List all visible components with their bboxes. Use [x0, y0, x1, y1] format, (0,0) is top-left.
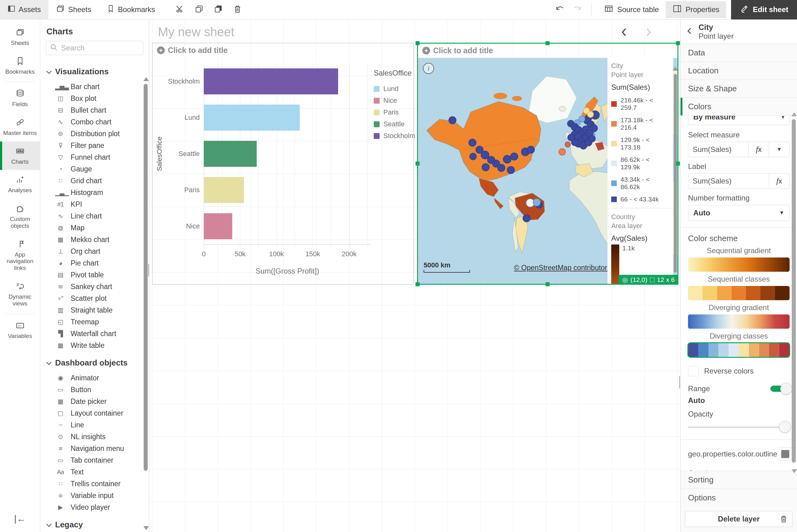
city-point[interactable]: [481, 151, 489, 159]
city-point[interactable]: [449, 117, 456, 124]
copy-button[interactable]: [190, 1, 208, 18]
legend-item-paris[interactable]: Paris: [374, 107, 413, 118]
chart-type-filter-pane[interactable]: ⊽Filter pane: [47, 139, 149, 151]
chart-type-text[interactable]: AaText: [47, 466, 149, 478]
section-options[interactable]: Options: [681, 489, 797, 507]
section-size-shape[interactable]: Size & Shape: [681, 79, 797, 97]
number-formatting-select[interactable]: Auto ▼: [688, 205, 790, 221]
city-point[interactable]: [589, 135, 595, 142]
legend-item-seattle[interactable]: Seattle: [374, 118, 413, 130]
chart-type-straight-table[interactable]: ▥Straight table: [47, 304, 149, 316]
city-point[interactable]: [533, 199, 540, 206]
city-point[interactable]: [498, 164, 505, 172]
chart-type-date-picker[interactable]: ▦Date picker: [47, 396, 149, 407]
chart-type-layout-container[interactable]: ▢Layout container: [47, 407, 149, 419]
redo-button[interactable]: [569, 1, 586, 18]
opacity-slider[interactable]: [688, 421, 790, 433]
prev-sheet-button[interactable]: [619, 27, 630, 39]
city-point[interactable]: [482, 164, 489, 171]
city-point[interactable]: [511, 153, 518, 160]
chart-type-box-plot[interactable]: ◫Box plot: [47, 93, 149, 104]
info-icon[interactable]: i: [423, 63, 434, 74]
bar-seattle[interactable]: [204, 141, 257, 167]
select-measure-input[interactable]: Sum(Sales): [688, 142, 748, 157]
map-legend-scrollbar[interactable]: [673, 66, 678, 273]
section-location[interactable]: Location: [681, 62, 797, 79]
back-button[interactable]: [685, 26, 694, 37]
search-input[interactable]: [61, 44, 139, 52]
chart-type-map[interactable]: ◍Map: [47, 222, 149, 234]
chart-type-funnel-chart[interactable]: ▽Funnel chart: [47, 151, 149, 163]
section-header-dashboard-objects[interactable]: Dashboard objects: [47, 351, 149, 372]
chart-type-line[interactable]: ┄Line: [47, 419, 149, 431]
city-point[interactable]: [507, 166, 515, 174]
resize-handle-w[interactable]: [415, 162, 420, 166]
bar-nice[interactable]: [204, 213, 232, 239]
resize-handle-sw[interactable]: [415, 282, 420, 286]
sidebar-item-fields[interactable]: Fields: [0, 84, 40, 113]
chart-type-histogram[interactable]: ▁▃▁Histogram: [47, 187, 149, 198]
section-header-visualizations[interactable]: Visualizations: [47, 60, 149, 81]
label-input[interactable]: Sum(Sales): [688, 174, 769, 189]
bar-stockholm[interactable]: [204, 69, 338, 94]
chart-type-distribution-plot[interactable]: ⊜Distribution plot: [47, 128, 149, 139]
edit-sheet-button[interactable]: Edit sheet: [731, 0, 797, 19]
chart-type-pie-chart[interactable]: ◕Pie chart: [47, 257, 149, 269]
legend-item-stockholm[interactable]: Stockholm: [374, 130, 413, 142]
resize-handle-e[interactable]: [676, 162, 680, 166]
legend-item-lund[interactable]: Lund: [374, 83, 413, 95]
delete-button[interactable]: [229, 1, 246, 18]
source-table-button[interactable]: Source table: [597, 0, 666, 19]
chart-type-trellis-container[interactable]: ∷Trellis container: [47, 478, 149, 490]
tab-bookmarks[interactable]: Bookmarks: [99, 0, 163, 19]
sheet-title[interactable]: My new sheet: [158, 25, 235, 39]
chart-type-variable-input[interactable]: ≑Variable input: [47, 490, 149, 501]
city-point[interactable]: [587, 111, 594, 118]
sidebar-item-analyses[interactable]: Analyses: [0, 170, 40, 199]
tab-assets[interactable]: Assets: [0, 0, 48, 19]
chart-type-animator[interactable]: ◉Animator: [47, 372, 149, 384]
city-point[interactable]: [571, 139, 578, 146]
range-toggle[interactable]: [771, 386, 790, 392]
chart-type-write-table[interactable]: ▦Write table: [47, 340, 149, 351]
city-point[interactable]: [503, 155, 511, 164]
sidebar-item-bookmarks[interactable]: Bookmarks: [0, 51, 40, 80]
chart-type-sankey-chart[interactable]: ≋Sankey chart: [47, 281, 149, 292]
chart-type-bullet-chart[interactable]: ⊟Bullet chart: [47, 104, 149, 116]
city-point[interactable]: [565, 142, 571, 147]
chart-type-pivot-table[interactable]: ▤Pivot table: [47, 269, 149, 281]
resize-handle-ne[interactable]: [676, 41, 680, 45]
bar-chart-title-placeholder[interactable]: + Click to add title: [157, 46, 227, 55]
expression-editor-button[interactable]: fx: [769, 174, 789, 189]
chart-type-bar-chart[interactable]: ▂▅▃Bar chart: [47, 81, 149, 93]
sheet-canvas[interactable]: My new sheet + Click to add title SalesO…: [149, 19, 680, 532]
chart-type-tab-container[interactable]: ▭Tab container: [47, 454, 149, 466]
sidebar-item-sheets[interactable]: Sheets: [0, 23, 40, 51]
resize-handle-nw[interactable]: [415, 41, 420, 45]
resize-handle-s[interactable]: [545, 282, 550, 286]
osm-attribution-link[interactable]: © OpenStreetMap contributors: [514, 264, 611, 272]
chart-type-navigation-menu[interactable]: ≡Navigation menu: [47, 442, 149, 454]
city-point[interactable]: [523, 214, 531, 222]
bar-paris[interactable]: [204, 177, 244, 203]
chart-type-line-chart[interactable]: ∿Line chart: [47, 210, 149, 222]
scheme-diverging-gradient[interactable]: [688, 315, 790, 329]
sidebar-item-app-navigation-links[interactable]: App navigation links: [0, 234, 40, 277]
map-title-placeholder[interactable]: + Click to add title: [422, 46, 493, 55]
chart-type-video-player[interactable]: ▶Video player: [47, 501, 149, 513]
paste-button[interactable]: [210, 1, 227, 18]
sidebar-item-dynamic-views[interactable]: Dynamic views: [0, 277, 40, 312]
sidebar-item-master-items[interactable]: Master items: [0, 113, 40, 141]
bar-chart-object[interactable]: + Click to add title SalesOffice Stockho…: [152, 43, 414, 285]
section-header-legacy[interactable]: Legacy: [47, 513, 149, 532]
section-sorting[interactable]: Sorting: [681, 471, 797, 489]
chart-type-gauge[interactable]: ◔Gauge: [47, 163, 149, 175]
legend-item-nice[interactable]: Nice: [374, 95, 413, 107]
next-sheet-button[interactable]: [643, 27, 654, 39]
sidebar-item-variables[interactable]: x=Variables: [0, 316, 40, 345]
city-point[interactable]: [469, 139, 476, 146]
chart-type-treemap[interactable]: ◱Treemap: [47, 316, 149, 328]
charts-panel-scrollbar[interactable]: [143, 77, 148, 530]
map-object[interactable]: + Click to add title: [417, 43, 679, 285]
properties-scrollbar[interactable]: [792, 112, 796, 473]
